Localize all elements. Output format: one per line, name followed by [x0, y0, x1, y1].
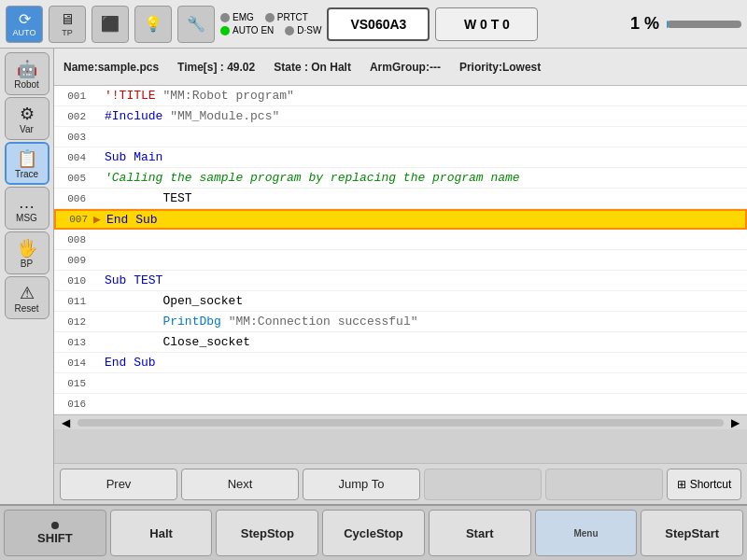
sidebar-item-var[interactable]: ⚙ Var — [5, 97, 49, 140]
indicator-group: EMG PRTCT AUTO EN D·SW — [220, 12, 321, 35]
reset-icon: ⚠ — [20, 283, 35, 303]
percent-display: 1 % — [630, 14, 741, 34]
step-start-button[interactable]: StepStart — [641, 510, 743, 556]
code-line-007[interactable]: 007▶End Sub — [54, 209, 747, 230]
priority-value: Lowest — [502, 61, 541, 74]
code-line-015[interactable]: 015 — [54, 373, 747, 394]
step-stop-button[interactable]: StepStop — [216, 510, 318, 556]
robot-label: Robot — [14, 79, 39, 90]
shortcut-label: Shortcut — [690, 478, 732, 491]
left-sidebar: 🤖 Robot ⚙ Var 📋 Trace … MSG 🖐 BP ⚠ Reset — [0, 49, 54, 504]
prtct-indicator: PRTCT — [265, 12, 308, 22]
top-toolbar: ⟳ AUTO 🖥 TP ⬛ 💡 🔧 EMG PRTCT AUTO EN — [0, 0, 747, 49]
code-line-005[interactable]: 005'Calling the sample program by replac… — [54, 168, 747, 189]
code-line-002[interactable]: 002#Include "MM_Module.pcs" — [54, 106, 747, 127]
line-number: 006 — [58, 193, 92, 204]
jump-to-label: Jump To — [339, 477, 385, 491]
line-number: 004 — [58, 152, 92, 163]
horizontal-scrollbar[interactable]: ◀ ▶ — [54, 414, 747, 429]
line-number: 007 — [60, 214, 93, 225]
percent-bar-bg — [667, 21, 741, 28]
sidebar-item-reset[interactable]: ⚠ Reset — [5, 276, 49, 319]
shift-label: SHIFT — [37, 531, 73, 545]
bp-icon: 🖐 — [17, 238, 37, 259]
reset-label: Reset — [14, 303, 38, 314]
settings-button[interactable]: 🔧 — [177, 6, 215, 43]
start-button[interactable]: Start — [429, 510, 531, 556]
line-number: 016 — [58, 399, 92, 410]
prev-button[interactable]: Prev — [60, 469, 177, 500]
shortcut-button[interactable]: ⊞ Shortcut — [667, 469, 741, 500]
code-line-001[interactable]: 001'!TITLE "MM:Robot program" — [54, 86, 747, 106]
code-line-013[interactable]: 013 Close_socket — [54, 332, 747, 353]
light-button[interactable]: 💡 — [134, 6, 172, 43]
tp-icon: 🖥 — [60, 11, 75, 28]
code-line-003[interactable]: 003 — [54, 127, 747, 147]
code-line-009[interactable]: 009 — [54, 250, 747, 271]
line-number: 010 — [58, 275, 92, 287]
shift-button[interactable]: SHIFT — [4, 510, 106, 556]
line-text: End Sub — [106, 213, 741, 227]
auto-button[interactable]: ⟳ AUTO — [6, 6, 43, 43]
var-label: Var — [20, 124, 34, 134]
line-text: Sub TEST — [105, 273, 743, 287]
code-line-014[interactable]: 014End Sub — [54, 353, 747, 373]
w0t0-button[interactable]: W 0 T 0 — [435, 7, 538, 41]
arm-label: ArmGroup: — [370, 61, 430, 74]
code-line-010[interactable]: 010Sub TEST — [54, 271, 747, 291]
tp-button[interactable]: 🖥 TP — [49, 6, 86, 43]
line-text: Close_socket — [105, 335, 743, 349]
d-sw-label: D·SW — [297, 25, 321, 35]
line-number: 002 — [58, 111, 92, 122]
msg-label: MSG — [16, 213, 37, 223]
trace-label: Trace — [15, 169, 38, 179]
halt-button[interactable]: Halt — [110, 510, 213, 556]
auto-icon: ⟳ — [19, 10, 31, 28]
sidebar-item-trace[interactable]: 📋 Trace — [5, 142, 49, 185]
next-label: Next — [228, 477, 253, 491]
menu-button[interactable]: Menu — [535, 510, 638, 556]
var-icon: ⚙ — [20, 104, 35, 124]
light-icon: 💡 — [144, 15, 162, 33]
cycle-stop-button[interactable]: CycleStop — [322, 510, 425, 556]
state-label: State : — [274, 61, 311, 74]
priority-info: Priority:Lowest — [459, 61, 541, 74]
code-line-004[interactable]: 004Sub Main — [54, 147, 747, 168]
code-area[interactable]: 001'!TITLE "MM:Robot program"002#Include… — [54, 86, 747, 429]
auto-en-label: AUTO EN — [233, 25, 274, 35]
sidebar-item-msg[interactable]: … MSG — [5, 187, 49, 230]
line-text: Open_socket — [105, 294, 743, 308]
line-number: 009 — [58, 255, 92, 266]
line-number: 005 — [58, 173, 92, 184]
hscroll-right-button[interactable]: ▶ — [727, 416, 743, 429]
nav-empty-2 — [545, 469, 663, 500]
halt-label: Halt — [149, 526, 173, 540]
line-number: 013 — [58, 337, 92, 348]
shortcut-icon: ⊞ — [677, 478, 686, 491]
code-line-006[interactable]: 006 TEST — [54, 189, 747, 209]
sidebar-item-bp[interactable]: 🖐 BP — [5, 231, 49, 274]
line-number: 003 — [58, 132, 92, 143]
name-label: Name: — [63, 61, 98, 74]
line-number: 008 — [58, 234, 92, 245]
state-value: On Halt — [311, 61, 351, 74]
line-number: 011 — [58, 296, 92, 307]
sidebar-item-robot[interactable]: 🤖 Robot — [5, 52, 49, 95]
stop-button[interactable]: ⬛ — [92, 6, 129, 43]
vs-button[interactable]: VS060A3 — [327, 7, 430, 41]
w0t0-label: W 0 T 0 — [464, 17, 510, 32]
line-number: 014 — [58, 357, 92, 369]
code-line-012[interactable]: 012 PrintDbg "MM:Connection successful" — [54, 312, 747, 332]
tp-label: TP — [62, 28, 73, 37]
line-text: PrintDbg "MM:Connection successful" — [105, 315, 743, 329]
name-value: sample.pcs — [98, 61, 159, 74]
code-line-016[interactable]: 016 — [54, 394, 747, 414]
code-line-011[interactable]: 011 Open_socket — [54, 291, 747, 312]
jump-to-button[interactable]: Jump To — [303, 469, 420, 500]
time-info: Time[s] : 49.02 — [177, 61, 255, 74]
file-name: Name:sample.pcs — [63, 61, 159, 74]
hscroll-left-button[interactable]: ◀ — [58, 416, 74, 429]
next-button[interactable]: Next — [181, 469, 299, 500]
step-start-label: StepStart — [665, 526, 719, 540]
code-line-008[interactable]: 008 — [54, 230, 747, 250]
